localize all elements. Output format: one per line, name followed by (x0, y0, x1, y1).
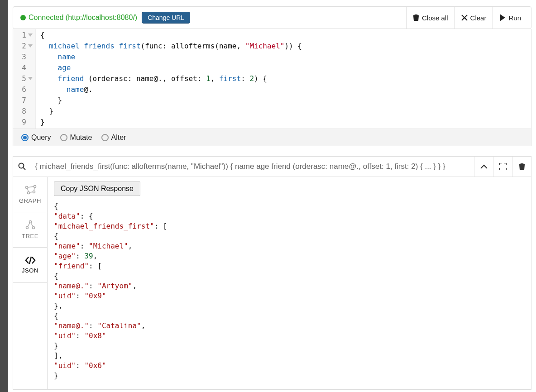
mode-strip: Query Mutate Alter (13, 129, 531, 146)
tab-json-label: JSON (22, 267, 38, 274)
trash-icon (519, 163, 525, 170)
code-icon (25, 256, 36, 264)
json-output[interactable]: { "data": { "michael_friends_first": [ {… (54, 201, 525, 381)
play-icon (499, 14, 506, 21)
editor-gutter: 123456789 (13, 29, 36, 129)
tab-tree-label: TREE (22, 233, 38, 239)
mutate-radio[interactable] (60, 134, 67, 141)
copy-json-button[interactable]: Copy JSON Response (54, 182, 140, 196)
fullscreen-icon (499, 163, 507, 170)
tab-graph-label: GRAPH (19, 197, 41, 204)
connection-label: Connected (http://localhost:8080/) (29, 14, 137, 22)
search-icon (13, 163, 31, 171)
svg-point-5 (29, 221, 31, 223)
close-all-button[interactable]: Close all (406, 7, 455, 29)
tab-tree[interactable]: TREE (13, 212, 47, 248)
tree-icon (25, 220, 36, 230)
clear-button[interactable]: Clear (455, 7, 493, 29)
result-body: Copy JSON Response { "data": { "michael_… (48, 177, 531, 389)
query-history-summary[interactable]: { michael_friends_first(func: allofterms… (31, 162, 474, 171)
result-tabs: GRAPH TREE JSON (13, 177, 48, 389)
run-label: Run (508, 14, 521, 22)
trash-icon (413, 14, 419, 21)
run-button[interactable]: Run (493, 7, 527, 29)
svg-point-7 (32, 227, 34, 229)
tab-graph[interactable]: GRAPH (13, 177, 47, 212)
query-editor[interactable]: 123456789 { michael_friends_first(func: … (13, 29, 531, 129)
result-panel: GRAPH TREE JSON Copy JSON Response { "da… (13, 177, 531, 390)
change-url-button[interactable]: Change URL (142, 12, 190, 24)
connection-status-icon (20, 15, 26, 20)
query-radio[interactable] (21, 134, 29, 141)
chevron-up-icon (480, 164, 488, 169)
query-radio-label: Query (31, 134, 51, 142)
alter-radio-label: Alter (111, 134, 126, 142)
svg-point-4 (33, 191, 35, 193)
query-history-bar: { michael_friends_first(func: allofterms… (13, 156, 531, 177)
svg-point-6 (26, 227, 28, 229)
expand-button[interactable] (493, 157, 512, 177)
alter-radio[interactable] (101, 134, 109, 141)
mutate-radio-label: Mutate (70, 134, 92, 142)
close-all-label: Close all (422, 14, 448, 22)
svg-point-0 (19, 163, 24, 168)
clear-label: Clear (470, 14, 487, 22)
editor-code[interactable]: { michael_friends_first(func: allofterms… (36, 29, 531, 129)
tab-json[interactable]: JSON (13, 248, 47, 283)
top-toolbar: Connected (http://localhost:8080/) Chang… (13, 6, 531, 29)
graph-icon (24, 185, 37, 195)
x-icon (461, 14, 468, 21)
svg-point-3 (27, 192, 29, 194)
app-root: Connected (http://localhost:8080/) Chang… (8, 0, 536, 392)
collapse-button[interactable] (474, 157, 493, 177)
svg-point-2 (34, 186, 36, 188)
delete-query-button[interactable] (512, 157, 531, 177)
